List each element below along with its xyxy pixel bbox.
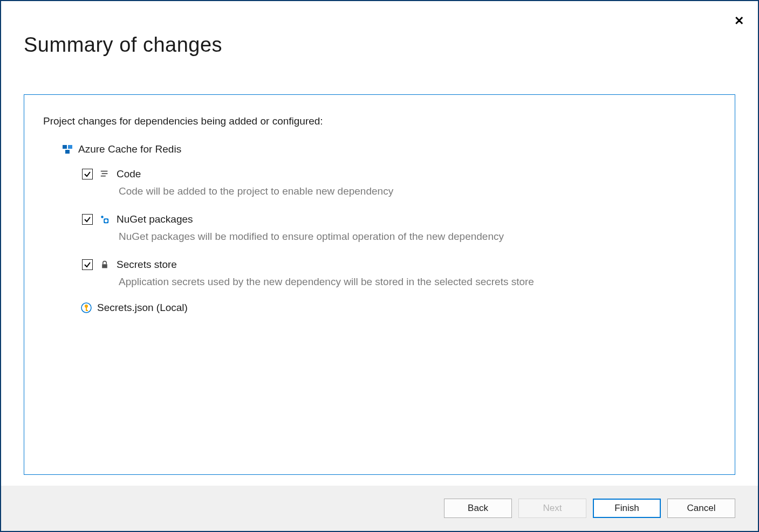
- content-panel: Project changes for dependencies being a…: [24, 94, 735, 475]
- change-label-code: Code: [117, 168, 141, 180]
- svg-point-8: [105, 219, 107, 222]
- change-label-secrets: Secrets store: [117, 259, 177, 271]
- change-description-code: Code will be added to the project to ena…: [119, 185, 716, 197]
- dependency-header: Azure Cache for Redis: [62, 143, 716, 155]
- button-bar: Back Next Finish Cancel: [1, 486, 758, 531]
- finish-button[interactable]: Finish: [593, 499, 661, 518]
- lock-icon: [99, 259, 110, 270]
- back-button[interactable]: Back: [444, 499, 512, 518]
- svg-rect-0: [63, 145, 67, 149]
- svg-rect-1: [68, 145, 72, 149]
- svg-point-6: [101, 216, 104, 218]
- svg-rect-5: [101, 176, 106, 177]
- change-label-nuget: NuGet packages: [117, 213, 193, 225]
- change-description-nuget: NuGet packages will be modified to ensur…: [119, 231, 716, 243]
- svg-rect-13: [86, 310, 88, 311]
- dependency-section: Azure Cache for Redis: [62, 143, 716, 314]
- secrets-target: Secrets.json (Local): [81, 302, 716, 314]
- intro-text: Project changes for dependencies being a…: [43, 115, 716, 127]
- change-item-nuget: NuGet packages NuGet packages will be mo…: [82, 213, 716, 243]
- key-icon: [81, 302, 92, 313]
- change-item-code: Code Code will be added to the project t…: [82, 168, 716, 197]
- next-button: Next: [518, 499, 586, 518]
- secrets-target-label: Secrets.json (Local): [97, 302, 188, 314]
- content-wrapper: Project changes for dependencies being a…: [1, 67, 758, 486]
- change-list: Code Code will be added to the project t…: [82, 168, 716, 288]
- summary-dialog: ✕ Summary of changes Project changes for…: [0, 0, 759, 532]
- checkbox-code[interactable]: [82, 169, 93, 179]
- close-icon[interactable]: ✕: [734, 15, 744, 27]
- checkbox-nuget[interactable]: [82, 214, 93, 225]
- checkbox-secrets[interactable]: [82, 259, 93, 270]
- svg-rect-3: [101, 171, 108, 172]
- svg-rect-2: [65, 150, 70, 154]
- azure-redis-icon: [62, 144, 73, 155]
- cancel-button[interactable]: Cancel: [667, 499, 735, 518]
- code-icon: [99, 169, 110, 179]
- nuget-icon: [99, 214, 110, 225]
- svg-rect-9: [102, 264, 107, 268]
- svg-rect-4: [102, 173, 108, 174]
- dialog-title: Summary of changes: [1, 1, 758, 67]
- change-item-secrets: Secrets store Application secrets used b…: [82, 259, 716, 288]
- dependency-name: Azure Cache for Redis: [78, 143, 181, 155]
- change-description-secrets: Application secrets used by the new depe…: [119, 276, 716, 288]
